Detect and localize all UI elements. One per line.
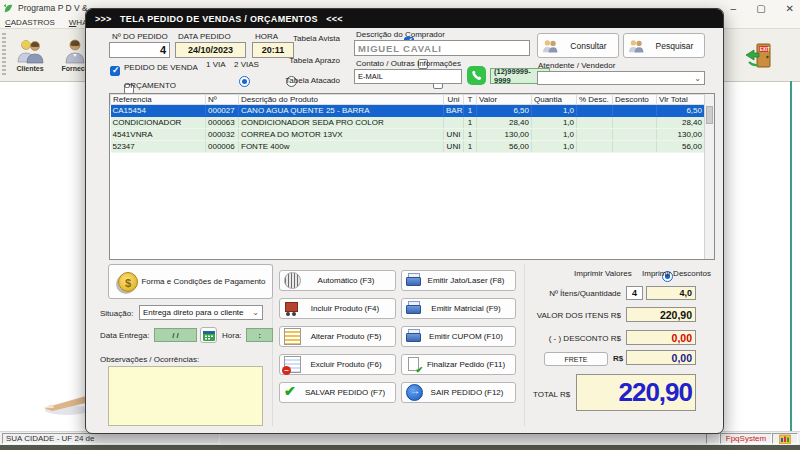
emitir-jato-laser-f8-button[interactable]: Emitir Jato/Laser (F8) [401, 270, 516, 291]
total-label: TOTAL R$ [533, 390, 570, 399]
table-row[interactable]: 4541VNRA000032CORREA DO MOTOR 13VXUNI113… [111, 129, 705, 141]
situacao-combobox[interactable]: Entrega direto para o cliente ⌄ [139, 305, 263, 320]
printer-icon [406, 329, 421, 344]
column-header: Quantia [532, 95, 577, 105]
table-cell [444, 117, 464, 129]
incluir-produto-f4-button[interactable]: Incluir Produto (F4) [279, 298, 396, 319]
table-cell: 000027 [206, 105, 239, 117]
hora-entrega-field[interactable]: : [246, 328, 273, 342]
table-cell: 000032 [206, 129, 239, 141]
itens-qty-field: 4,0 [646, 286, 696, 300]
exit-app-button[interactable]: EXIT [736, 32, 782, 78]
action-button-label: Emitir Jato/Laser (F8) [421, 276, 511, 285]
comprador-field[interactable]: MIGUEL CAVALI [354, 40, 530, 56]
table-cell [577, 141, 613, 153]
minimize-button[interactable]: – [731, 3, 737, 14]
table-row[interactable]: CA15454000027CANO AGUA QUENTE 25 - BARRA… [111, 105, 705, 117]
taskbar-strip [0, 445, 800, 450]
content-edge-line [790, 81, 792, 432]
exit-door-icon: EXIT [743, 39, 775, 71]
pedido-venda-label: PEDIDO DE VENDA [124, 63, 198, 72]
grid-scrollbar-thumb[interactable] [706, 106, 713, 124]
comprador-label: Descrição do Comprador [356, 30, 445, 39]
table-cell: 1 [464, 117, 477, 129]
table-cell: 6,50 [657, 105, 705, 117]
system-chart-icon [779, 433, 791, 444]
table-cell [613, 117, 657, 129]
column-header: T [464, 95, 477, 105]
frete-field[interactable]: 0,00 [626, 350, 696, 365]
table-cell: 130,00 [477, 129, 532, 141]
excluir-produto-f6-button[interactable]: Excluir Produto (F6) [279, 354, 396, 375]
products-table: ReferenciaNºDescrição do ProdutoUniTValo… [110, 94, 705, 153]
valor-itens-label: VALOR DOS ITENS R$ [466, 311, 621, 320]
consultar-people-icon [541, 39, 559, 53]
column-header: Vlr Total [657, 95, 705, 105]
data-pedido-field[interactable]: 24/10/2023 [175, 42, 246, 58]
alterar-produto-f5-button[interactable]: Alterar Produto (F5) [279, 326, 396, 347]
table-cell [613, 129, 657, 141]
atendente-combobox[interactable]: ⌄ [537, 71, 705, 85]
table-cell: 1,0 [532, 117, 577, 129]
grid-scrollbar[interactable] [704, 94, 714, 259]
sheet-icon [284, 328, 301, 345]
orcamento-label: ORÇAMENTO [124, 81, 176, 90]
svg-text:EXIT: EXIT [760, 47, 770, 52]
observacoes-textarea[interactable] [108, 366, 263, 426]
table-row[interactable]: CONDICIONADOR000063CONDICIONADOR SEDA PR… [111, 117, 705, 129]
sheet2-icon [284, 356, 301, 373]
numero-pedido-field[interactable]: 4 [109, 42, 170, 58]
table-cell: 28,40 [657, 117, 705, 129]
dialog-title: >>> TELA PEDIDO DE VENDAS / ORÇAMENTOS <… [86, 9, 723, 28]
action-button-label: SALVAR PEDIDO (F7) [299, 388, 391, 397]
table-cell: 1,0 [532, 129, 577, 141]
clientes-label: Clientes [16, 65, 43, 72]
data-entrega-label: Data Entrega: [100, 331, 149, 340]
products-grid: ReferenciaNºDescrição do ProdutoUniTValo… [109, 93, 715, 260]
calendar-button[interactable] [200, 327, 217, 343]
clientes-button[interactable]: Clientes [9, 32, 51, 78]
pedido-venda-checkbox[interactable] [110, 66, 120, 76]
via1-radio[interactable] [239, 76, 250, 87]
whatsapp-icon[interactable] [467, 66, 486, 85]
situacao-label: Situação: [100, 309, 133, 318]
table-cell: 6,50 [477, 105, 532, 117]
frete-button[interactable]: FRETE [544, 352, 608, 366]
data-entrega-field[interactable]: / / [154, 328, 197, 342]
sair-pedido-f12-button[interactable]: SAIR PEDIDO (F12) [401, 382, 516, 403]
table-cell [577, 129, 613, 141]
tabela-aprazo-label: Tabela Aprazo [262, 56, 340, 65]
finalizar-pedido-f11-button[interactable]: Finalizar Pedido (F11) [401, 354, 516, 375]
table-cell: 000063 [206, 117, 239, 129]
automatico-f3-button[interactable]: Automático (F3) [279, 270, 396, 291]
consultar-label: Consultar [559, 41, 618, 51]
contato-label: Contato / Outras Informações [356, 59, 461, 68]
hora-entrega-label: Hora: [222, 331, 242, 340]
column-header: % Desc. [577, 95, 613, 105]
table-row[interactable]: 52347000006FONTE 400wUNI156,001,056,00 [111, 141, 705, 153]
pesquisar-label: Pesquisar [645, 41, 704, 51]
payment-button[interactable]: Forma e Condições de Pagamento [108, 264, 273, 299]
menu-cadastros[interactable]: CADASTROS [5, 18, 55, 27]
table-cell [577, 117, 613, 129]
close-button[interactable]: ✕ [786, 3, 794, 14]
salvar-pedido-f7-button[interactable]: SALVAR PEDIDO (F7) [279, 382, 396, 403]
pesquisar-button[interactable]: Pesquisar [623, 33, 705, 58]
table-cell: 1 [464, 141, 477, 153]
desconto-label: ( - ) DESCONTO R$ [466, 334, 621, 343]
table-cell: 1,0 [532, 141, 577, 153]
email-field[interactable]: E-MAIL [354, 69, 462, 84]
action-button-label: Finalizar Pedido (F11) [421, 360, 511, 369]
observacoes-label: Observações / Ocorrências: [100, 355, 199, 364]
via2-label: 2 VIAS [234, 60, 259, 69]
column-header: Valor [477, 95, 532, 105]
payment-button-label: Forma e Condições de Pagamento [135, 277, 272, 286]
barcode-icon [284, 272, 301, 289]
doccheck-icon [406, 357, 421, 372]
consultar-button[interactable]: Consultar [537, 33, 619, 58]
maximize-button[interactable]: ▢ [756, 3, 765, 14]
desconto-field[interactable]: 0,00 [626, 330, 696, 345]
table-cell: 52347 [111, 141, 206, 153]
action-button-label: Incluir Produto (F4) [299, 304, 391, 313]
actions-column-left: Automático (F3)Incluir Produto (F4)Alter… [279, 270, 396, 410]
